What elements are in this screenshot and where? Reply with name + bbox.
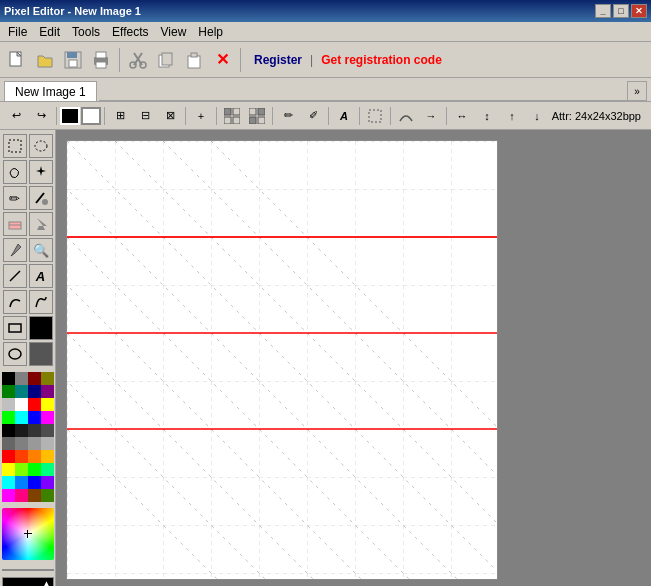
curve-tool[interactable] xyxy=(3,290,27,314)
delete-button[interactable]: ✕ xyxy=(209,47,235,73)
color-cell[interactable] xyxy=(15,424,28,437)
save-button[interactable] xyxy=(60,47,86,73)
cut-button[interactable] xyxy=(125,47,151,73)
tab-expand-button[interactable]: » xyxy=(627,81,647,101)
menu-view[interactable]: View xyxy=(155,22,193,41)
color-cell[interactable] xyxy=(41,398,54,411)
redo-button[interactable]: ↪ xyxy=(29,105,53,127)
color-cell[interactable] xyxy=(41,385,54,398)
paste-button[interactable] xyxy=(181,47,207,73)
color-cell[interactable] xyxy=(41,372,54,385)
color-cell[interactable] xyxy=(15,372,28,385)
eraser-tool[interactable] xyxy=(3,212,27,236)
flip-v-btn[interactable]: ↕ xyxy=(475,105,499,127)
flip-h-btn[interactable]: ↔ xyxy=(450,105,474,127)
copy-button[interactable] xyxy=(153,47,179,73)
color-cell[interactable] xyxy=(2,437,15,450)
color-cell[interactable] xyxy=(41,476,54,489)
color-cell[interactable] xyxy=(28,476,41,489)
color-cell[interactable] xyxy=(41,463,54,476)
color-cell[interactable] xyxy=(2,398,15,411)
color-cell[interactable] xyxy=(2,463,15,476)
color-cell[interactable] xyxy=(15,476,28,489)
color-cell[interactable] xyxy=(28,424,41,437)
maximize-button[interactable]: □ xyxy=(613,4,629,18)
menu-tools[interactable]: Tools xyxy=(66,22,106,41)
new-button[interactable] xyxy=(4,47,30,73)
line-tool[interactable] xyxy=(3,264,27,288)
color-cell[interactable] xyxy=(28,463,41,476)
menu-effects[interactable]: Effects xyxy=(106,22,154,41)
menu-file[interactable]: File xyxy=(2,22,33,41)
color-cell[interactable] xyxy=(2,411,15,424)
undo-button[interactable]: ↩ xyxy=(4,105,28,127)
color-cell[interactable] xyxy=(15,385,28,398)
arrow-btn[interactable]: → xyxy=(419,105,443,127)
eyedropper-tool[interactable] xyxy=(3,238,27,262)
grid-btn-1[interactable]: ⊞ xyxy=(108,105,132,127)
register-button[interactable]: Register xyxy=(254,53,302,67)
brush-tool[interactable] xyxy=(29,186,53,210)
select-ellipse-tool[interactable] xyxy=(29,134,53,158)
rect-tool[interactable] xyxy=(3,316,27,340)
color-cell[interactable] xyxy=(2,476,15,489)
filled-rect-tool[interactable] xyxy=(29,316,53,340)
color-cell[interactable] xyxy=(2,372,15,385)
color-cell[interactable] xyxy=(41,450,54,463)
close-button[interactable]: ✕ xyxy=(631,4,647,18)
color-picker[interactable] xyxy=(2,508,54,560)
color-cell[interactable] xyxy=(41,424,54,437)
canvas-scroll[interactable] xyxy=(56,130,651,586)
ellipse-tool[interactable] xyxy=(3,342,27,366)
color-cell[interactable] xyxy=(28,437,41,450)
stamp-tool[interactable]: 🔍 xyxy=(29,238,53,262)
color-cell[interactable] xyxy=(15,489,28,502)
pencil-tool[interactable]: ✏ xyxy=(3,186,27,210)
bg-color-btn[interactable] xyxy=(81,107,101,125)
color-cell[interactable] xyxy=(41,437,54,450)
lasso-tool[interactable] xyxy=(3,160,27,184)
fill-tool[interactable] xyxy=(29,212,53,236)
grid-btn-3[interactable]: ⊠ xyxy=(158,105,182,127)
zoom-in-btn[interactable]: + xyxy=(189,105,213,127)
color-cell[interactable] xyxy=(28,385,41,398)
pattern-area[interactable] xyxy=(2,569,54,571)
grid-btn-2[interactable]: ⊟ xyxy=(133,105,157,127)
pixel-canvas[interactable] xyxy=(66,140,498,580)
fg-color-btn[interactable] xyxy=(60,107,80,125)
get-code-button[interactable]: Get registration code xyxy=(321,53,442,67)
color-cell[interactable] xyxy=(15,437,28,450)
pencil2-btn[interactable]: ✐ xyxy=(301,105,325,127)
text-tool[interactable]: A xyxy=(29,264,53,288)
color-cell[interactable] xyxy=(2,424,15,437)
pencil-btn[interactable]: ✏ xyxy=(276,105,300,127)
color-cell[interactable] xyxy=(15,411,28,424)
color-cell[interactable] xyxy=(2,450,15,463)
color-cell[interactable] xyxy=(41,489,54,502)
tab-new-image-1[interactable]: New Image 1 xyxy=(4,81,97,101)
move-up-btn[interactable]: ↑ xyxy=(500,105,524,127)
color-cell[interactable] xyxy=(15,398,28,411)
select-rect-btn[interactable] xyxy=(363,105,387,127)
color-cell[interactable] xyxy=(15,450,28,463)
color-cell[interactable] xyxy=(41,411,54,424)
color-cell[interactable] xyxy=(28,372,41,385)
menu-edit[interactable]: Edit xyxy=(33,22,66,41)
wand-tool[interactable] xyxy=(29,160,53,184)
color-cell[interactable] xyxy=(2,385,15,398)
minimize-button[interactable]: _ xyxy=(595,4,611,18)
curve-btn[interactable] xyxy=(394,105,418,127)
menu-help[interactable]: Help xyxy=(192,22,229,41)
color-gradient[interactable] xyxy=(2,508,54,560)
filled-ellipse-tool[interactable] xyxy=(29,342,53,366)
color-cell[interactable] xyxy=(28,398,41,411)
stroke-bar-1[interactable]: ▲ xyxy=(2,577,54,586)
text-btn[interactable]: A xyxy=(332,105,356,127)
color-cell[interactable] xyxy=(15,463,28,476)
move-down-btn[interactable]: ↓ xyxy=(525,105,549,127)
tile-btn-2[interactable] xyxy=(245,105,269,127)
curve2-tool[interactable] xyxy=(29,290,53,314)
tile-btn-1[interactable] xyxy=(220,105,244,127)
select-rect-tool[interactable] xyxy=(3,134,27,158)
color-cell[interactable] xyxy=(28,489,41,502)
